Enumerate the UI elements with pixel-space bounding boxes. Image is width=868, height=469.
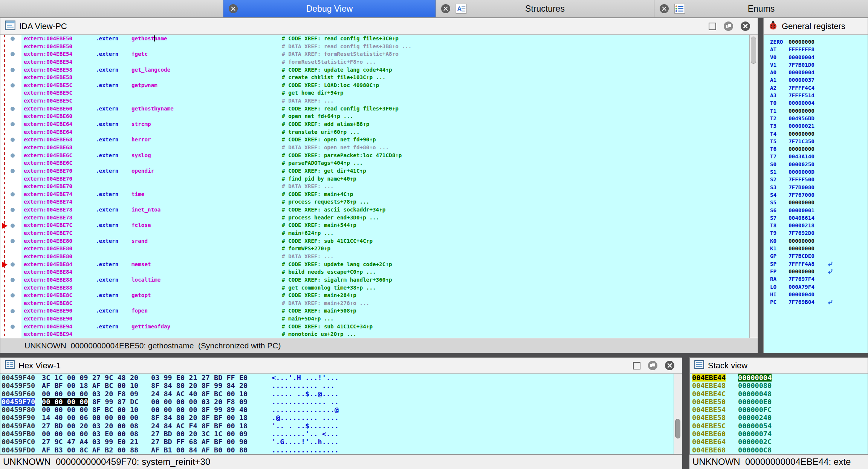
disasm-line[interactable]: extern:004EBE64# translate uri+60↑p ... (21, 128, 749, 136)
stack-value[interactable]: 00000240 (738, 414, 772, 421)
disasm-line[interactable]: extern:004EBE80.externsrand# CODE XREF: … (21, 237, 749, 245)
stack-value[interactable]: 000000E0 (738, 398, 772, 406)
disasm-line[interactable]: extern:004EBE7C.externfclose# CODE XREF:… (21, 221, 749, 229)
register-value[interactable]: 00000000 (789, 130, 815, 138)
stack-value[interactable]: 000000FC (738, 406, 772, 414)
disasm-line[interactable]: extern:004EBE8C.externgetopt# CODE XREF:… (21, 291, 749, 299)
register-row[interactable]: T97F7692D0 (764, 229, 868, 237)
disasm-line[interactable]: extern:004EBE58# create chklist file+103… (21, 74, 749, 81)
register-row[interactable]: A37FFFF514 (764, 92, 868, 99)
hex-row[interactable]: 00459F9014 40 00 06 00 00 00 008F 84 80 … (0, 414, 682, 421)
register-value[interactable]: 0043A140 (789, 153, 815, 160)
register-value[interactable]: 00000000 (789, 145, 815, 153)
disasm-line[interactable]: extern:004EBE60# open net fd+64↑p ... (21, 112, 749, 120)
hex-selected-bytes[interactable]: 00 00 00 00 (42, 398, 88, 406)
register-value[interactable]: 00000001 (789, 207, 815, 214)
register-value[interactable]: 00000037 (789, 76, 815, 84)
stack-row[interactable]: 004EBE640000002C (690, 438, 868, 446)
register-row[interactable]: A27FFFF4C4 (764, 84, 868, 92)
register-value[interactable]: 7F7B0080 (789, 184, 815, 191)
stack-row[interactable]: 004EBE6000000074 (690, 430, 868, 438)
register-value[interactable]: 00000000 (789, 237, 815, 245)
registers-titlebar[interactable]: General registers (764, 18, 868, 35)
hex-row[interactable]: 00459F6000 00 00 00 03 20 F8 0924 84 AC … (0, 390, 682, 398)
disasm-line[interactable]: extern:004EBE8C# DATA XREF: main+278↑o .… (21, 299, 749, 307)
register-row[interactable]: A100000037 (764, 76, 868, 84)
stack-value[interactable]: 00000080 (738, 382, 772, 389)
disasm-line[interactable]: extern:004EBE78# process header end+3D0↑… (21, 214, 749, 222)
hex-row[interactable]: 00459FD0AF B3 00 8C AF B2 00 88AF B1 00 … (0, 446, 682, 454)
stack-row[interactable]: 004EBE5C00000054 (690, 422, 868, 430)
stack-value[interactable]: 00000074 (738, 430, 772, 438)
register-value[interactable]: 7F767000 (789, 191, 815, 199)
tab-structures[interactable]: A Structures (436, 0, 654, 17)
register-value[interactable]: 00000040 (789, 291, 815, 298)
disasm-line[interactable]: extern:004EBE50# DATA XREF: read config … (21, 43, 749, 51)
register-row[interactable]: S000000250 (764, 161, 868, 168)
close-tab-icon[interactable] (660, 4, 669, 13)
stack-value[interactable]: 000000C8 (738, 446, 772, 454)
disasm-line[interactable]: extern:004EBE7C# main+624↑p ... (21, 229, 749, 237)
close-tab-icon[interactable] (229, 4, 238, 13)
hex-row[interactable]: 00459FC027 9C 47 A4 03 99 E0 2127 BD FF … (0, 438, 682, 446)
disasm-line[interactable]: extern:004EBE5C.externgetpwnam# CODE XRE… (21, 81, 749, 89)
register-value[interactable]: 00000000 (789, 38, 815, 46)
stack-list[interactable]: 004EBE4400000004004EBE4800000080004EBE4C… (690, 374, 868, 454)
disasm-line[interactable]: extern:004EBE6C# parsePADOTags+404↑p ... (21, 159, 749, 167)
ida-view-titlebar[interactable]: IDA View-PC (0, 18, 758, 35)
disasm-line[interactable]: extern:004EBE84.externmemset# CODE XREF:… (21, 261, 749, 268)
register-value[interactable]: 0000000D (789, 168, 815, 176)
register-value[interactable]: 7F71C350 (789, 138, 815, 145)
hex-view-titlebar[interactable]: Hex View-1 (0, 358, 682, 374)
jump-arrow-icon[interactable] (827, 261, 833, 267)
breakpoint-gutter[interactable] (0, 35, 21, 338)
register-row[interactable]: T57F71C350 (764, 138, 868, 145)
disasm-line[interactable]: extern:004EBE78.externinet_ntoa# CODE XR… (21, 206, 749, 214)
register-row[interactable]: S700408614 (764, 214, 868, 222)
register-value[interactable]: 00000004 (789, 54, 815, 61)
stack-value[interactable]: 00000048 (738, 390, 772, 398)
disasm-line[interactable]: extern:004EBE80# DATA XREF: ... (21, 253, 749, 261)
jump-arrow-icon[interactable] (827, 299, 833, 305)
register-row[interactable]: T000000004 (764, 99, 868, 107)
register-value[interactable]: 00000218 (789, 222, 815, 229)
register-value[interactable]: 7F7697F4 (789, 275, 815, 283)
disasm-line[interactable]: extern:004EBE94.externgettimeofday# CODE… (21, 323, 749, 331)
register-value[interactable]: 00000021 (789, 122, 815, 130)
close-window-icon[interactable] (665, 361, 674, 370)
scrollbar-thumb[interactable] (751, 37, 756, 64)
disasm-line[interactable]: extern:004EBE58.externget_langcode# CODE… (21, 66, 749, 74)
stack-value[interactable]: 00000054 (738, 422, 772, 430)
disasm-line[interactable]: extern:004EBE54.externfgetc# DATA XREF: … (21, 50, 749, 58)
register-row[interactable]: LO000A79F4 (764, 283, 868, 291)
disasm-line[interactable]: extern:004EBE60.externgethostbyname# COD… (21, 105, 749, 113)
register-value[interactable]: 00000004 (789, 99, 815, 107)
register-row[interactable]: S10000000D (764, 168, 868, 176)
register-value[interactable]: 00000000 (789, 199, 815, 206)
register-value[interactable]: 00000000 (789, 245, 815, 252)
hex-row[interactable]: 00459FA027 BD 00 20 03 20 00 0824 84 AC … (0, 422, 682, 430)
register-value[interactable]: 7F7B01D0 (789, 61, 815, 69)
register-row[interactable]: T100000000 (764, 107, 868, 115)
disasm-line[interactable]: extern:004EBE5C# get home dir+94↑p (21, 89, 749, 97)
register-row[interactable]: K000000000 (764, 237, 868, 245)
register-row[interactable]: HI00000040 (764, 291, 868, 298)
register-row[interactable]: K100000000 (764, 245, 868, 252)
register-value[interactable]: 7F7692D0 (789, 229, 815, 237)
hex-row[interactable]: 00459F7000 00 00 008F 99 87 DC00 00 00 0… (0, 398, 682, 406)
register-list[interactable]: ZERO00000000ATFFFFFFF8V000000004V17F7B01… (764, 35, 868, 353)
register-row[interactable]: T300000021 (764, 122, 868, 130)
stack-view-titlebar[interactable]: Stack view (690, 358, 868, 374)
register-row[interactable]: GP7F7BCDE0 (764, 252, 868, 260)
stack-row[interactable]: 004EBE4800000080 (690, 382, 868, 389)
close-tab-icon[interactable] (441, 4, 450, 13)
register-value[interactable]: 00000250 (789, 161, 815, 168)
hex-row[interactable]: 00459FB000 00 00 00 03 E0 00 0827 BD 00 … (0, 430, 682, 438)
stack-row[interactable]: 004EBE50000000E0 (690, 398, 868, 406)
stack-row[interactable]: 004EBE5800000240 (690, 414, 868, 421)
disasm-line[interactable]: extern:004EBE74# process requests+78↑p .… (21, 198, 749, 206)
disasm-line[interactable]: extern:004EBE70# find pid by name+40↑p (21, 175, 749, 183)
tab-debug-view[interactable]: Debug View (223, 0, 436, 17)
register-value[interactable]: 7F769B04 (789, 298, 815, 306)
register-row[interactable]: S500000000 (764, 199, 868, 206)
